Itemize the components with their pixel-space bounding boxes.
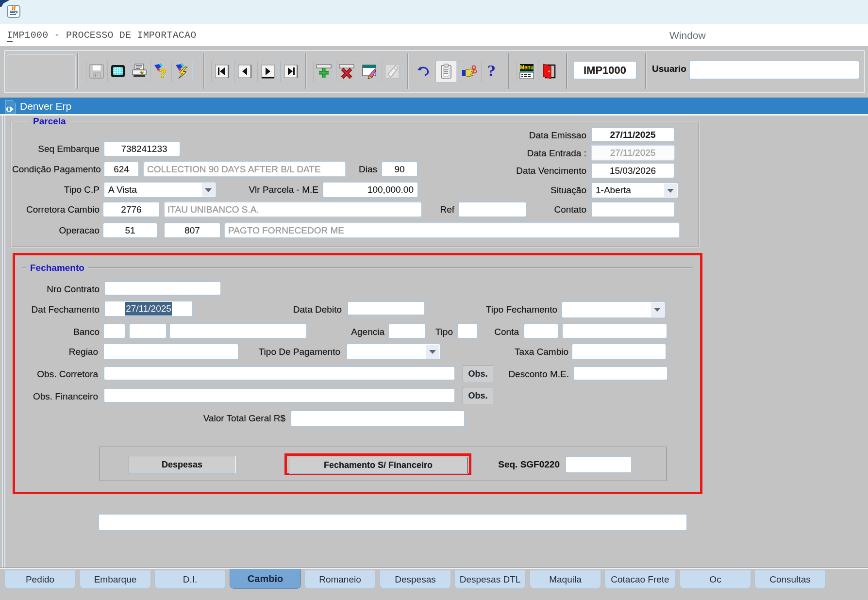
- svg-text:?: ?: [159, 66, 167, 80]
- svg-text:?: ?: [487, 63, 496, 80]
- svg-text:Menu: Menu: [520, 64, 534, 71]
